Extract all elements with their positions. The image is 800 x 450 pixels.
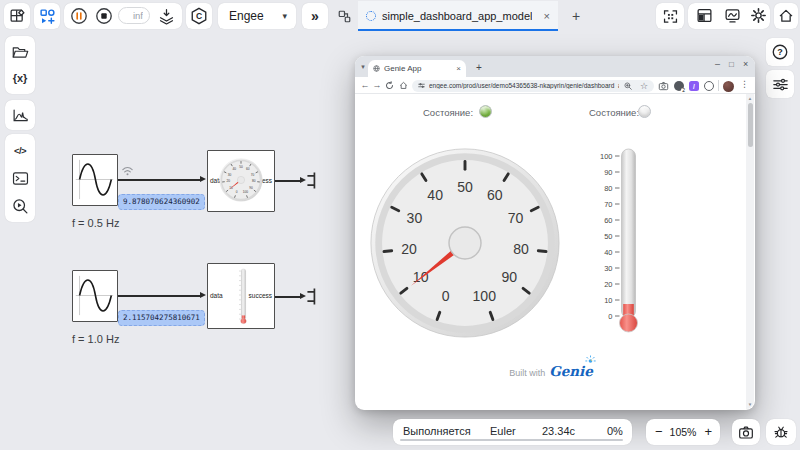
scrollbar-thumb[interactable] xyxy=(748,103,753,147)
window-maximize-button[interactable]: □ xyxy=(729,60,734,69)
tab-close-icon[interactable]: × xyxy=(456,64,461,73)
model-running-spinner-icon xyxy=(366,11,376,21)
forward-icon[interactable]: → xyxy=(371,80,383,90)
new-model-tab-button[interactable]: + xyxy=(566,6,586,26)
browser-new-tab-button[interactable]: + xyxy=(473,61,485,73)
globe-icon xyxy=(373,65,380,72)
svg-text:50: 50 xyxy=(457,179,473,195)
zoom-page-icon[interactable] xyxy=(624,82,632,90)
run-search-button[interactable] xyxy=(8,194,32,218)
terminal-button[interactable] xyxy=(8,166,32,190)
svg-text:30: 30 xyxy=(228,173,232,177)
preferences-button[interactable] xyxy=(766,70,794,98)
subsystem-view-button[interactable] xyxy=(332,3,356,29)
bookmark-star-icon[interactable]: ☆ xyxy=(640,81,648,92)
layout-panels-button[interactable] xyxy=(692,7,716,25)
extension-icon-purple[interactable]: / xyxy=(689,81,699,91)
window-grid-pen-icon xyxy=(9,8,26,25)
window-minimize-button[interactable]: – xyxy=(715,59,720,69)
wire-arrowhead xyxy=(300,177,306,183)
signal-wire xyxy=(118,295,201,297)
plots-button[interactable] xyxy=(8,103,32,127)
signal-value-badge-2: 2.115704275810671 xyxy=(118,310,205,326)
signal-wire xyxy=(275,180,301,182)
browser-tab-title: Genie App xyxy=(384,64,421,73)
screenshot-camera-icon[interactable] xyxy=(658,81,669,91)
scope-panel-button[interactable] xyxy=(720,7,744,25)
new-project-button[interactable] xyxy=(4,3,30,29)
genie-brand-logo[interactable]: Genie xyxy=(549,363,593,379)
stop-simulation-button[interactable] xyxy=(92,4,116,28)
svg-text:90: 90 xyxy=(604,168,612,177)
help-button[interactable]: ? xyxy=(766,38,794,66)
extension-badge: 2 xyxy=(681,88,686,93)
svg-text:80: 80 xyxy=(513,241,529,257)
site-info-icon[interactable] xyxy=(418,82,425,89)
signal-value-badge-1: 9.878070624360902 xyxy=(118,194,205,210)
terminator-block[interactable] xyxy=(307,172,319,189)
export-model-button[interactable] xyxy=(154,4,178,28)
scroll-up-icon[interactable]: ▲ xyxy=(746,96,754,101)
dashboard-grid-icon xyxy=(696,7,713,24)
browser-menu-icon[interactable]: ⋮ xyxy=(740,79,749,89)
back-icon[interactable]: ← xyxy=(359,80,371,90)
browser-home-icon[interactable] xyxy=(399,81,408,90)
tab-search-button[interactable]: ▾ xyxy=(359,60,367,73)
sine-source-block-1[interactable] xyxy=(72,154,118,206)
expand-tabs-button[interactable]: » xyxy=(302,3,328,29)
svg-text:70: 70 xyxy=(604,200,612,209)
window-close-button[interactable]: × xyxy=(743,59,748,69)
progress-track xyxy=(400,439,623,442)
svg-text:70: 70 xyxy=(251,173,255,177)
library-browser-button[interactable] xyxy=(34,3,60,29)
settings-button[interactable] xyxy=(746,7,770,25)
svg-text:0: 0 xyxy=(236,190,238,194)
model-tab[interactable]: simple_dashboard_app_model × xyxy=(358,1,558,31)
pause-icon xyxy=(70,7,88,25)
snapshot-button[interactable] xyxy=(732,419,760,445)
debug-button[interactable] xyxy=(766,419,796,445)
browser-tab-genie-app[interactable]: Genie App × xyxy=(368,60,466,77)
c-code-button[interactable]: C xyxy=(186,3,212,29)
dashboard-gauge: 0102030405060708090100 xyxy=(368,146,562,340)
svg-text:70: 70 xyxy=(508,210,524,226)
thermometer-widget-block[interactable]: data success xyxy=(207,263,275,329)
svg-text:20: 20 xyxy=(401,241,417,257)
extension-icon[interactable]: 2 xyxy=(674,81,684,91)
sine-source-block-2[interactable] xyxy=(72,270,118,322)
file-browser-button[interactable] xyxy=(8,40,32,64)
plus-icon: + xyxy=(476,62,482,73)
url-text: engee.com/prod/user/demo54365638-nkapyri… xyxy=(429,82,619,89)
built-with-label: Built with xyxy=(509,368,545,378)
variables-icon: {x} xyxy=(13,72,28,84)
lightbulb-icon xyxy=(585,355,596,366)
wire-arrowhead xyxy=(200,292,206,298)
browser-scrollbar[interactable]: ▲ ▼ xyxy=(746,94,754,409)
simulation-time-input[interactable] xyxy=(118,7,150,24)
kernel-select-dropdown[interactable]: Engee ▾ xyxy=(218,3,296,29)
layers-download-icon xyxy=(158,8,175,25)
terminator-block[interactable] xyxy=(307,288,319,305)
built-with-footer: Built withGenie xyxy=(355,362,747,380)
scroll-down-icon[interactable]: ▼ xyxy=(746,402,754,407)
screenshot-frame-button[interactable] xyxy=(656,3,684,29)
reload-icon[interactable] xyxy=(385,81,394,90)
simulation-time: 23.34с xyxy=(542,425,575,437)
url-bar[interactable]: engee.com/prod/user/demo54365638-nkapyri… xyxy=(412,80,654,93)
home-button[interactable] xyxy=(774,3,798,29)
engee-app: { "topbar": { "engee_label": "Engee", "i… xyxy=(0,0,800,450)
hexagon-c-icon: C xyxy=(190,7,208,25)
gauge-widget-block[interactable]: data success 0102030405060708090100 xyxy=(207,150,275,212)
svg-text:40: 40 xyxy=(427,187,443,203)
status1-label: Состояние: xyxy=(423,107,473,118)
code-editor-button[interactable]: </> xyxy=(8,138,32,162)
pause-simulation-button[interactable] xyxy=(67,4,91,28)
profile-avatar[interactable] xyxy=(723,81,734,92)
kernel-select-label: Engee xyxy=(229,9,264,23)
variables-button[interactable]: {x} xyxy=(8,66,32,90)
svg-text:30: 30 xyxy=(407,210,423,226)
extension-icon-outline[interactable] xyxy=(704,81,714,91)
zoom-in-button[interactable]: + xyxy=(704,424,712,439)
svg-text:80: 80 xyxy=(604,184,612,193)
model-tab-close-icon[interactable]: × xyxy=(544,10,550,22)
